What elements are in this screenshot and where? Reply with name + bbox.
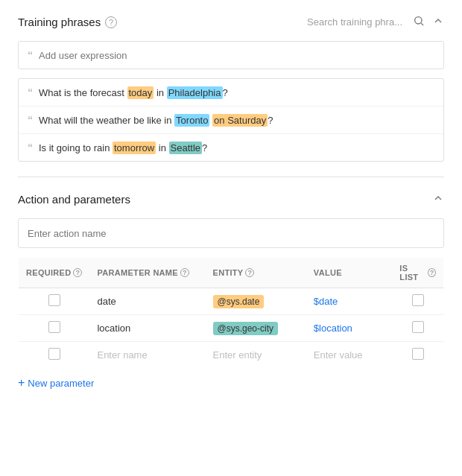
is-list-help-icon[interactable]: ? [428, 268, 436, 277]
parameter-name-help-icon[interactable]: ? [180, 268, 189, 277]
param-name-cell-1: date [89, 288, 205, 315]
phrase-text-3: Is it going to rain tomorrow in Seattle? [39, 142, 207, 153]
training-phrases-actions: Search training phra... [307, 15, 444, 29]
islist-checkbox-3[interactable] [412, 348, 424, 360]
enter-name-placeholder: Enter name [97, 349, 147, 361]
col-header-entity: ENTITY ? [206, 258, 306, 288]
add-expression-input-box[interactable]: “ [18, 41, 444, 69]
phrase-text-1: What is the forecast today in Philadelph… [39, 87, 228, 98]
parameters-table: REQUIRED ? PARAMETER NAME ? ENTITY ? [18, 257, 444, 369]
action-params-section: Action and parameters REQUIRED ? PARAMET… [0, 177, 462, 402]
value-location: $location [314, 323, 352, 334]
value-date: $date [314, 296, 338, 307]
training-phrases-section: Training phrases ? Search training phra.… [0, 0, 462, 177]
enter-value-placeholder: Enter value [314, 349, 363, 361]
islist-cell-3 [392, 342, 443, 369]
training-phrases-help-icon[interactable]: ? [105, 16, 117, 28]
islist-checkbox-1[interactable] [412, 294, 424, 306]
entity-cell-1: @sys.date [206, 288, 306, 315]
enter-entity-placeholder: Enter entity [213, 349, 262, 361]
table-row: Enter name Enter entity Enter value [19, 342, 444, 369]
value-cell-2: $location [306, 315, 393, 342]
svg-line-1 [421, 23, 423, 25]
phrase-row: “ Is it going to rain tomorrow in Seattl… [19, 134, 443, 161]
entity-help-icon[interactable]: ? [245, 268, 254, 277]
phrase-text-2: What will the weather be like in Toronto… [39, 115, 273, 126]
action-name-input[interactable] [18, 218, 444, 248]
required-help-icon[interactable]: ? [73, 268, 82, 277]
islist-cell-2 [392, 315, 443, 342]
col-header-parameter-name: PARAMETER NAME ? [89, 258, 205, 288]
new-parameter-button[interactable]: + New parameter [18, 376, 444, 390]
entity-cell-3[interactable]: Enter entity [206, 342, 306, 369]
param-name-cell-3[interactable]: Enter name [89, 342, 205, 369]
collapse-icon[interactable] [432, 15, 444, 29]
col-header-is-list: IS LIST ? [392, 258, 443, 288]
islist-cell-1 [392, 288, 443, 315]
new-parameter-label: New parameter [28, 378, 94, 389]
value-cell-1: $date [306, 288, 393, 315]
search-icon[interactable] [413, 15, 425, 29]
highlight-seattle: Seattle [169, 142, 202, 154]
required-cell-3 [19, 342, 90, 369]
required-checkbox-3[interactable] [48, 348, 60, 360]
quote-icon-2: “ [28, 114, 33, 126]
highlight-today: today [127, 86, 154, 99]
training-phrases-title: Training phrases [18, 16, 101, 28]
new-parameter-plus-icon: + [18, 376, 25, 390]
highlight-on-saturday: on Saturday [212, 114, 268, 127]
table-row: location @sys.geo-city $location [19, 315, 444, 342]
phrase-row: “ What is the forecast today in Philadel… [19, 79, 443, 107]
table-header-row: REQUIRED ? PARAMETER NAME ? ENTITY ? [19, 258, 444, 288]
entity-badge-date: @sys.date [213, 295, 265, 308]
action-params-title-group: Action and parameters [18, 193, 130, 206]
svg-point-0 [415, 17, 422, 24]
add-expression-input[interactable] [39, 50, 434, 61]
col-header-value: VALUE [306, 258, 393, 288]
quote-icon-3: “ [28, 142, 33, 153]
table-row: date @sys.date $date [19, 288, 444, 315]
highlight-tomorrow: tomorrow [113, 142, 156, 154]
entity-badge-location: @sys.geo-city [213, 322, 279, 335]
phrase-row: “ What will the weather be like in Toron… [19, 107, 443, 134]
highlight-philadelphia: Philadelphia [167, 86, 223, 99]
param-name-cell-2: location [89, 315, 205, 342]
required-cell-1 [19, 288, 90, 315]
required-checkbox-2[interactable] [48, 321, 60, 333]
action-params-header: Action and parameters [18, 192, 444, 206]
required-cell-2 [19, 315, 90, 342]
training-phrases-title-group: Training phrases ? [18, 16, 117, 28]
entity-cell-2: @sys.geo-city [206, 315, 306, 342]
training-phrases-header: Training phrases ? Search training phra.… [18, 15, 444, 29]
quote-icon-input: “ [28, 49, 33, 61]
phrases-list: “ What is the forecast today in Philadel… [18, 78, 444, 162]
quote-icon-1: “ [28, 86, 33, 98]
required-checkbox-1[interactable] [48, 294, 60, 306]
action-params-title: Action and parameters [18, 193, 130, 206]
value-cell-3[interactable]: Enter value [306, 342, 393, 369]
action-params-collapse-icon[interactable] [432, 192, 444, 206]
highlight-toronto: Toronto [174, 114, 209, 127]
search-placeholder-text: Search training phra... [307, 16, 402, 28]
col-header-required: REQUIRED ? [19, 258, 90, 288]
islist-checkbox-2[interactable] [412, 321, 424, 333]
